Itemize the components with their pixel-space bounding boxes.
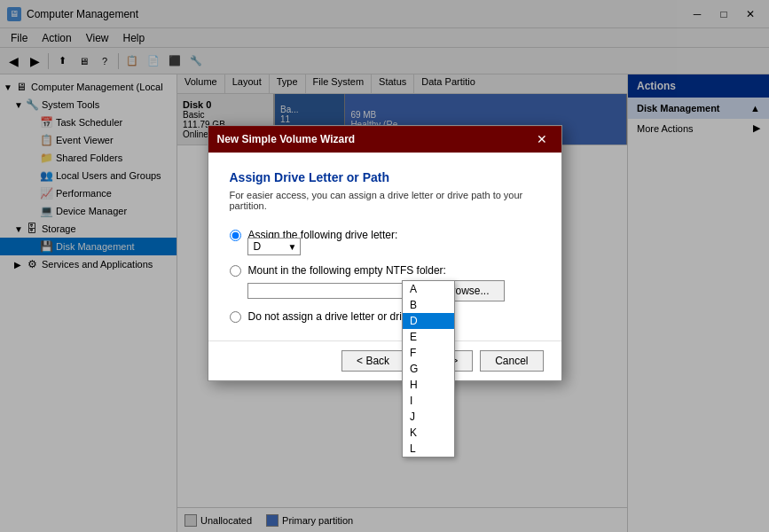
dialog-title: New Simple Volume Wizard [217,133,531,145]
dropdown-item-B[interactable]: B [403,297,454,313]
cancel-button[interactable]: Cancel [480,350,543,372]
dropdown-item-E[interactable]: E [403,329,454,345]
dropdown-item-H[interactable]: H [403,377,454,393]
mount-ntfs-label[interactable]: Mount in the following empty NTFS folder… [248,264,446,277]
dialog-heading: Assign Drive Letter or Path [230,170,540,184]
back-button[interactable]: < Back [341,350,404,372]
radio-group: Assign the following drive letter: D E F… [230,229,540,323]
ntfs-path-input[interactable] [247,283,425,299]
dialog-close-button[interactable]: ✕ [531,129,553,150]
mount-ntfs-option: Mount in the following empty NTFS folder… [230,264,540,301]
mount-ntfs-radio[interactable] [230,265,241,277]
dropdown-item-J[interactable]: J [403,409,454,425]
dropdown-item-D[interactable]: D [403,313,454,329]
dialog-footer: < Back Next > Cancel [208,340,561,380]
new-simple-volume-dialog: New Simple Volume Wizard ✕ Assign Drive … [208,125,562,381]
drive-letter-select-box: D E F ▼ [247,238,301,255]
dropdown-item-L[interactable]: L [403,441,454,457]
dropdown-item-A[interactable]: A [403,281,454,297]
dialog-body: Assign Drive Letter or Path For easier a… [208,153,561,340]
dropdown-item-M[interactable]: M [403,457,454,458]
dialog-title-bar: New Simple Volume Wizard ✕ [208,126,561,153]
dropdown-item-I[interactable]: I [403,393,454,409]
dialog-subtext: For easier access, you can assign a driv… [230,190,540,211]
drive-letter-dropdown[interactable]: A B D E F G H I J K L M N O P Q R S T U … [402,280,455,458]
mount-ntfs-row: Mount in the following empty NTFS folder… [230,264,540,277]
browse-row: Browse... [247,280,540,301]
no-assign-row: Do not assign a drive letter or drive pa… [230,310,540,323]
dropdown-item-G[interactable]: G [403,361,454,377]
dropdown-item-F[interactable]: F [403,345,454,361]
assign-letter-radio[interactable] [230,230,241,241]
no-assign-radio[interactable] [230,311,241,323]
drive-letter-select[interactable]: D E F [247,238,301,255]
dropdown-item-K[interactable]: K [403,425,454,441]
assign-letter-option: Assign the following drive letter: D E F… [230,229,540,255]
